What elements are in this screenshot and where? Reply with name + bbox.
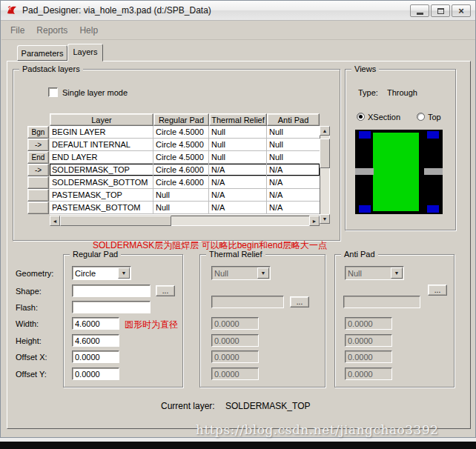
thermal-relief-offset-x-input[interactable] xyxy=(211,350,259,363)
table-cell: PASTEMASK_TOP xyxy=(50,189,153,201)
tab-parameters[interactable]: Parameters xyxy=(17,45,67,61)
table-row-begin-layer[interactable]: BEGIN LAYER Circle 4.5000 Null Null xyxy=(50,126,320,139)
views-group-title: Views xyxy=(351,64,379,73)
row-button-bgn[interactable]: Bgn xyxy=(27,126,49,139)
anti-pad-offset-x-input[interactable] xyxy=(345,350,392,363)
regular-pad-offset-x-input[interactable] xyxy=(72,350,119,363)
scroll-up-button[interactable]: ▲ xyxy=(320,126,330,136)
table-cell: Null xyxy=(209,151,267,163)
regular-pad-flash-input[interactable] xyxy=(72,301,151,313)
pad-corner-blue-top-right xyxy=(427,131,439,139)
current-layer-label: Current layer: xyxy=(161,401,215,411)
row-button-blank-2[interactable] xyxy=(27,189,49,202)
titlebar[interactable]: Pad_Designer: via_hole_m3.pad (d:/SPB_Da… xyxy=(1,1,475,21)
anti-pad-geometry-value: Null xyxy=(346,269,391,278)
anti-pad-width-input[interactable] xyxy=(345,317,392,330)
thermal-relief-geometry-dropdown[interactable]: Null ▼ xyxy=(211,266,271,280)
tab-layers[interactable]: Layers xyxy=(67,44,103,61)
column-header-thermal-relief[interactable]: Thermal Relief xyxy=(209,113,267,126)
scroll-right-icon: ► xyxy=(312,219,317,224)
table-row-soldermask-top[interactable]: SOLDERMASK_TOP Circle 4.6000 N/A N/A xyxy=(50,164,320,176)
table-cell: Null xyxy=(153,189,209,201)
maximize-button[interactable] xyxy=(431,4,450,17)
regular-pad-height-input[interactable] xyxy=(72,334,119,347)
table-cell: N/A xyxy=(209,189,267,201)
scroll-down-button[interactable]: ▼ xyxy=(320,214,330,224)
regular-pad-offset-y-input[interactable] xyxy=(72,367,119,380)
soldermask-annotation: SOLDERMASK层为阻焊层 可以略比begin和end层略大一点 xyxy=(93,239,327,252)
thermal-relief-offset-y-input[interactable] xyxy=(211,367,259,380)
column-header-regular-pad[interactable]: Regular Pad xyxy=(153,113,209,126)
table-cell: Circle 4.6000 xyxy=(153,164,209,176)
single-layer-mode-checkbox[interactable] xyxy=(48,87,58,97)
menu-reports[interactable]: Reports xyxy=(36,25,67,36)
table-cell: SOLDERMASK_TOP xyxy=(50,164,153,176)
table-cell: SOLDERMASK_BOTTOM xyxy=(50,176,153,188)
anti-pad-browse-button[interactable]: ... xyxy=(428,285,447,296)
anti-pad-offset-y-input[interactable] xyxy=(345,367,392,380)
table-cell: Null xyxy=(209,139,267,150)
scroll-right-button[interactable]: ► xyxy=(309,216,320,226)
type-value: Through xyxy=(387,88,417,97)
table-row-default-internal[interactable]: DEFAULT INTERNAL Circle 4.5000 Null Null xyxy=(50,139,320,151)
pad-corner-blue-top-left xyxy=(359,131,371,139)
regular-pad-width-input[interactable] xyxy=(72,317,119,330)
row-button-arrow-2[interactable]: -> xyxy=(27,164,49,176)
padstack-layers-group-title: Padstack layers xyxy=(19,64,83,73)
table-cell: PASTEMASK_BOTTOM xyxy=(50,202,153,213)
chevron-down-icon: ▼ xyxy=(118,267,130,279)
table-cell: DEFAULT INTERNAL xyxy=(50,139,153,150)
column-header-anti-pad[interactable]: Anti Pad xyxy=(267,113,320,126)
regular-pad-shape-browse-button[interactable]: ... xyxy=(156,285,175,296)
anti-pad-geometry-dropdown[interactable]: Null ▼ xyxy=(345,266,404,280)
close-button[interactable]: × xyxy=(452,4,471,17)
menu-file[interactable]: File xyxy=(10,25,24,36)
table-cell: N/A xyxy=(209,176,267,188)
thermal-relief-width-input[interactable] xyxy=(211,317,259,330)
thermal-relief-height-input[interactable] xyxy=(211,334,259,347)
regular-pad-geometry-dropdown[interactable]: Circle ▼ xyxy=(72,266,131,280)
radio-top[interactable] xyxy=(417,113,425,121)
row-button-blank-1[interactable] xyxy=(27,176,49,189)
radio-xsection[interactable] xyxy=(357,113,365,121)
table-cell: Circle 4.5000 xyxy=(153,126,209,138)
scroll-left-button[interactable]: ◄ xyxy=(50,216,60,226)
row-button-blank-3[interactable] xyxy=(27,202,49,214)
row-button-end[interactable]: End xyxy=(27,151,49,164)
offset-x-label: Offset X: xyxy=(16,353,47,362)
regular-pad-geometry-value: Circle xyxy=(73,269,118,278)
anti-pad-group-title: Anti Pad xyxy=(341,250,378,259)
regular-pad-shape-input[interactable] xyxy=(72,285,151,297)
width-label: Width: xyxy=(16,319,39,328)
padstack-layers-table: BEGIN LAYER Circle 4.5000 Null Null DEFA… xyxy=(50,126,320,215)
table-cell: N/A xyxy=(267,189,320,201)
table-cell: N/A xyxy=(267,164,320,176)
radio-dot xyxy=(359,115,363,119)
thermal-relief-browse-button[interactable]: ... xyxy=(290,296,309,307)
scroll-up-icon: ▲ xyxy=(323,128,328,133)
table-cell: Circle 4.5000 xyxy=(153,139,209,150)
thermal-relief-flash-input[interactable] xyxy=(211,296,284,308)
taskbar-strip xyxy=(0,442,476,449)
table-row-end-layer[interactable]: END LAYER Circle 4.5000 Null Null xyxy=(50,151,320,164)
column-header-layer[interactable]: Layer xyxy=(50,113,153,126)
maximize-icon xyxy=(437,8,444,14)
scroll-left-icon: ◄ xyxy=(53,219,58,224)
minimize-button[interactable] xyxy=(410,4,429,17)
table-cell: Null xyxy=(153,202,209,213)
table-row-pastemask-bottom[interactable]: PASTEMASK_BOTTOM Null N/A N/A xyxy=(50,202,320,214)
anti-pad-flash-input[interactable] xyxy=(343,296,420,308)
app-icon xyxy=(6,4,18,16)
window-title: Pad_Designer: via_hole_m3.pad (d:/SPB_Da… xyxy=(22,5,211,16)
horizontal-scroll-thumb[interactable] xyxy=(60,216,171,226)
offset-y-label: Offset Y: xyxy=(16,370,47,379)
vertical-scroll-thumb[interactable] xyxy=(320,139,330,168)
row-button-arrow-1[interactable]: -> xyxy=(27,139,49,151)
table-row-pastemask-top[interactable]: PASTEMASK_TOP Null N/A N/A xyxy=(50,189,320,202)
menu-help[interactable]: Help xyxy=(79,25,98,36)
anti-pad-height-input[interactable] xyxy=(345,334,392,347)
table-row-soldermask-bottom[interactable]: SOLDERMASK_BOTTOM Circle 4.6000 N/A N/A xyxy=(50,176,320,189)
minimize-icon xyxy=(417,13,423,15)
table-cell: Null xyxy=(267,126,320,138)
table-cell: Circle 4.6000 xyxy=(153,176,209,188)
